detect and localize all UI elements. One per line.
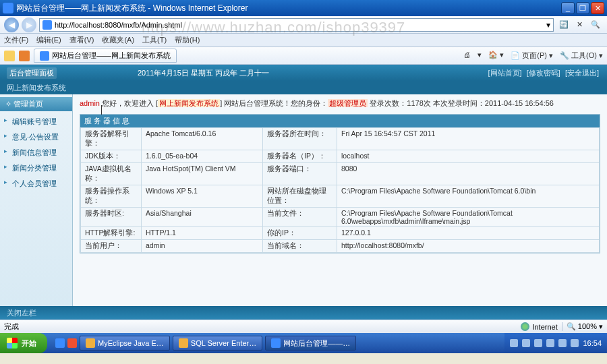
sidebar-item-notice[interactable]: 意见·公告设置 <box>0 129 72 145</box>
back-button[interactable]: ◀ <box>4 18 19 32</box>
app-icon <box>179 338 188 348</box>
info-label: 你的IP： <box>263 227 337 240</box>
sidebar: ✧ 管理首页 编辑账号管理 意见·公告设置 新闻信息管理 新闻分类管理 个人会员… <box>0 94 73 306</box>
tray-icon[interactable] <box>571 339 579 347</box>
info-value: Fri Apr 15 16:54:57 CST 2011 <box>337 128 600 150</box>
info-label: 当前用户： <box>81 240 142 253</box>
info-label: 服务器端口： <box>263 163 337 185</box>
info-label: HTTP解释引擎: <box>81 227 142 240</box>
tab-bar: 网站后台管理——网上新闻发布系统 🖨 ▾ 🏠 ▾ 📄 页面(P) ▾ 🔧 工具(… <box>0 47 607 65</box>
link-change-password[interactable]: [修改密码] <box>527 69 560 77</box>
welcome-system: 网上新闻发布系统 <box>158 99 220 107</box>
tab-title: 网站后台管理——网上新闻发布系统 <box>52 51 171 61</box>
url-dropdown-icon[interactable]: ▾ <box>546 20 550 30</box>
close-button[interactable]: ✕ <box>591 2 604 14</box>
info-value: Apache Tomcat/6.0.16 <box>142 128 263 150</box>
app-header-badge: 后台管理面板 <box>7 67 57 79</box>
cmd-feed[interactable]: ▾ <box>478 51 482 61</box>
tray-icon[interactable] <box>558 339 567 347</box>
ie-status-bar: 完成 Internet 🔍 100% ▾ <box>0 320 607 333</box>
info-value: Java HotSpot(TM) Client VM <box>142 163 263 185</box>
sidebar-item-account[interactable]: 编辑账号管理 <box>0 114 72 129</box>
taskbar: 开始 MyEclipse Java E… SQL Server Enter… 网… <box>0 333 607 353</box>
app-icon <box>271 338 281 348</box>
menu-fav[interactable]: 收藏夹(A) <box>102 35 134 45</box>
info-label: JDK版本： <box>81 150 142 163</box>
quicklaunch-icon[interactable] <box>67 338 77 348</box>
welcome-user: admin <box>80 99 100 107</box>
server-info-panel: 服 务 器 信 息 服务器解释引擎：Apache Tomcat/6.0.16服务… <box>80 114 600 253</box>
menu-file[interactable]: 文件(F) <box>4 35 28 45</box>
security-zone[interactable]: Internet <box>521 322 557 331</box>
info-value: HTTP/1.1 <box>142 227 263 240</box>
welcome-line: admin 您好，欢迎进入 [网上新闻发布系统] 网站后台管理系统！您的身份：超… <box>80 98 600 109</box>
forward-button[interactable]: ▶ <box>22 18 36 32</box>
taskbar-item-sqlserver[interactable]: SQL Server Enter… <box>173 336 262 351</box>
welcome-role: 超级管理员 <box>328 99 368 107</box>
cmd-tools[interactable]: 🔧 工具(O) ▾ <box>560 51 603 61</box>
info-value: C:\Program Files\Apache Software Foundat… <box>337 208 600 227</box>
quicklaunch-icon[interactable] <box>55 338 65 348</box>
favorites-icon[interactable] <box>4 51 15 61</box>
menu-help[interactable]: 帮助(H) <box>175 35 200 45</box>
tab-favicon-icon <box>40 51 49 61</box>
info-label: 当前文件： <box>263 208 337 227</box>
info-label: 网站所在磁盘物理位置： <box>263 185 337 208</box>
info-value: 8080 <box>337 163 600 185</box>
browser-tab[interactable]: 网站后台管理——网上新闻发布系统 <box>34 49 177 63</box>
zoom-control[interactable]: 🔍 100% ▾ <box>562 322 603 331</box>
minimize-button[interactable]: _ <box>561 2 575 14</box>
window-title: 网站后台管理——网上新闻发布系统 - Windows Internet Expl… <box>16 3 248 14</box>
sidebar-item-member[interactable]: 个人会员管理 <box>0 176 72 191</box>
cmd-page[interactable]: 📄 页面(P) ▾ <box>511 51 553 61</box>
sidebar-item-category[interactable]: 新闻分类管理 <box>0 160 72 176</box>
url-field[interactable]: ▾ <box>39 18 554 32</box>
text-caret <box>101 105 102 115</box>
url-input[interactable] <box>55 21 544 29</box>
info-value: 127.0.0.1 <box>337 227 600 240</box>
ie-icon <box>3 3 13 13</box>
status-done: 完成 <box>4 322 517 332</box>
globe-icon <box>521 322 529 331</box>
info-label: 当前域名： <box>263 240 337 253</box>
app-brand: 网上新闻发布系统 <box>7 83 66 93</box>
info-value: Windows XP 5.1 <box>142 185 263 208</box>
app-icon <box>86 338 95 348</box>
info-label: 服务器名（IP）： <box>263 150 337 163</box>
refresh-button[interactable]: 🔄 <box>556 19 571 30</box>
taskbar-item-myeclipse[interactable]: MyEclipse Java E… <box>80 336 170 351</box>
cmd-home[interactable]: 🖨 <box>463 51 471 61</box>
clock[interactable]: 16:54 <box>583 339 602 347</box>
app-header: 后台管理面板 2011年4月15日 星期五 丙戌年 二月十一 [网站首页] [修… <box>0 65 607 81</box>
menu-tools[interactable]: 工具(T) <box>142 35 167 45</box>
start-button[interactable]: 开始 <box>0 333 47 353</box>
window-titlebar: 网站后台管理——网上新闻发布系统 - Windows Internet Expl… <box>0 0 607 16</box>
feeds-icon[interactable] <box>19 51 30 61</box>
menu-edit[interactable]: 编辑(E) <box>36 35 61 45</box>
info-value: 1.6.0_05-ea-b04 <box>142 150 263 163</box>
panel-title: 服 务 器 信 息 <box>80 115 600 127</box>
app-content: 后台管理面板 2011年4月15日 星期五 丙戌年 二月十一 [网站首页] [修… <box>0 65 607 320</box>
app-brand-bar: 网上新闻发布系统 <box>0 81 607 94</box>
tray-icon[interactable] <box>546 339 554 347</box>
info-label: 服务器所在时间： <box>263 128 337 150</box>
tray-icon[interactable] <box>510 339 518 347</box>
taskbar-item-ie[interactable]: 网站后台管理——… <box>265 336 356 351</box>
sidebar-head[interactable]: ✧ 管理首页 <box>0 97 72 111</box>
tray-icon[interactable] <box>534 339 542 347</box>
menu-view[interactable]: 查看(V) <box>69 35 94 45</box>
info-label: 服务器解释引擎： <box>81 128 142 150</box>
info-value: localhost <box>337 150 600 163</box>
tray-icon[interactable] <box>522 339 530 347</box>
link-site-home[interactable]: [网站首页] <box>488 69 522 77</box>
link-logout[interactable]: [安全退出] <box>565 69 599 77</box>
footer-toggle-sidebar[interactable]: 关闭左栏 <box>7 308 36 318</box>
maximize-button[interactable]: ❐ <box>576 2 589 14</box>
page-icon <box>42 20 52 30</box>
app-header-links: [网站首页] [修改密码] [安全退出] <box>487 68 601 78</box>
search-button[interactable]: 🔍 <box>588 19 603 30</box>
sidebar-item-news[interactable]: 新闻信息管理 <box>0 145 72 160</box>
stop-button[interactable]: ✕ <box>574 19 585 30</box>
system-tray: 16:54 <box>504 333 607 353</box>
cmd-print[interactable]: 🏠 ▾ <box>488 51 504 61</box>
